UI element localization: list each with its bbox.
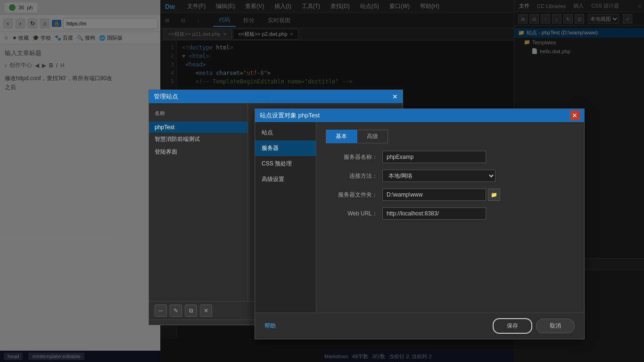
advanced-tab[interactable]: 高级: [357, 130, 388, 143]
ss-nav-site[interactable]: 站点: [255, 125, 316, 140]
remove-site-button[interactable]: ─: [155, 304, 167, 317]
site-settings-main: 基本 高级 服务器名称： 连接方法： 本地/网络 服务器文件夹： 📁: [316, 122, 584, 313]
site-item-fire[interactable]: 智慧消防前端测试: [149, 133, 248, 146]
site-settings-titlebar: 站点设置对象 phpTest ✕: [255, 109, 584, 122]
site-settings-cancel-button[interactable]: 取消: [536, 319, 575, 333]
copy-site-button[interactable]: ⧉: [185, 304, 197, 317]
site-item-login[interactable]: 登陆界面: [149, 146, 248, 158]
site-settings-save-button[interactable]: 保存: [493, 318, 532, 334]
basic-tab[interactable]: 基本: [326, 130, 357, 143]
site-settings-title: 站点设置对象 phpTest: [260, 111, 320, 120]
site-settings-nav: 站点 服务器 CSS 预处理 高级设置: [255, 122, 316, 313]
site-list: phpTest 智慧消防前端测试 登陆界面: [149, 119, 248, 161]
server-folder-row: 服务器文件夹： 📁: [326, 189, 575, 201]
server-folder-input[interactable]: [382, 189, 486, 201]
site-settings-dialog: 站点设置对象 phpTest ✕ 站点 服务器 CSS 预处理 高级设置 基本 …: [255, 108, 585, 339]
ss-nav-css[interactable]: CSS 预处理: [255, 156, 316, 172]
server-name-label: 服务器名称：: [326, 153, 378, 161]
manage-left-panel: 名称 phpTest 智慧消防前端测试 登陆界面: [149, 103, 248, 301]
ss-nav-advanced[interactable]: 高级设置: [255, 172, 316, 187]
server-folder-field-group: 📁: [382, 189, 500, 201]
server-tabs: 基本 高级: [326, 130, 575, 143]
manage-dialog-close-button[interactable]: ✕: [392, 93, 398, 100]
web-url-input[interactable]: [382, 207, 486, 220]
connect-method-row: 连接方法： 本地/网络: [326, 170, 575, 182]
site-settings-footer: 帮助 保存 取消: [255, 313, 584, 339]
manage-dialog-title: 管理站点: [154, 92, 178, 101]
browse-folder-button[interactable]: 📁: [488, 189, 500, 201]
site-settings-body: 站点 服务器 CSS 预处理 高级设置 基本 高级 服务器名称： 连接方法： 本…: [255, 122, 584, 313]
server-name-input[interactable]: [382, 151, 486, 163]
web-url-label: Web URL：: [326, 210, 378, 218]
web-url-row: Web URL：: [326, 207, 575, 220]
connect-method-select[interactable]: 本地/网络: [382, 170, 495, 182]
site-item-phptest[interactable]: phpTest: [149, 122, 248, 133]
site-settings-close-button[interactable]: ✕: [570, 111, 579, 120]
server-name-row: 服务器名称：: [326, 151, 575, 163]
name-section-label: 名称: [149, 108, 248, 119]
connect-method-label: 连接方法：: [326, 172, 378, 180]
site-settings-help-link[interactable]: 帮助: [264, 322, 276, 330]
ss-nav-servers[interactable]: 服务器: [255, 140, 316, 156]
import-site-button[interactable]: ✕: [200, 304, 212, 317]
manage-dialog-titlebar: 管理站点 ✕: [149, 90, 403, 103]
edit-site-button[interactable]: ✎: [170, 304, 182, 317]
server-folder-label: 服务器文件夹：: [326, 191, 378, 199]
